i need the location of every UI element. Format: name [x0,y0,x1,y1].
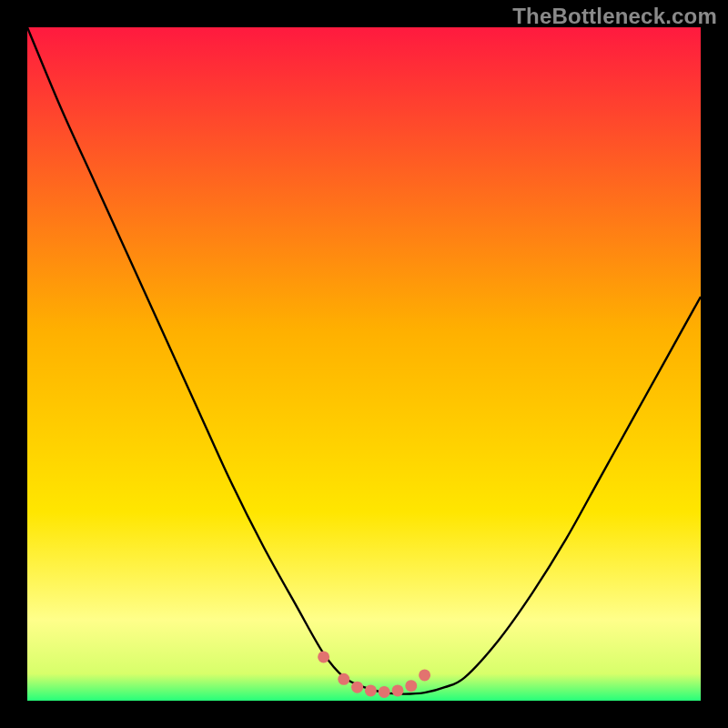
optimal-dot [405,680,417,692]
optimal-dot [318,651,329,662]
gradient-background [27,27,701,701]
optimal-dot [351,682,363,693]
chart-frame: TheBottleneck.com [0,0,728,728]
plot-area [27,27,701,701]
optimal-dot [419,669,430,681]
chart-svg [27,27,701,701]
optimal-dot [338,673,349,685]
watermark-text: TheBottleneck.com [512,4,717,29]
optimal-dot [379,686,390,698]
optimal-dot [392,684,404,696]
optimal-dot [365,684,377,696]
